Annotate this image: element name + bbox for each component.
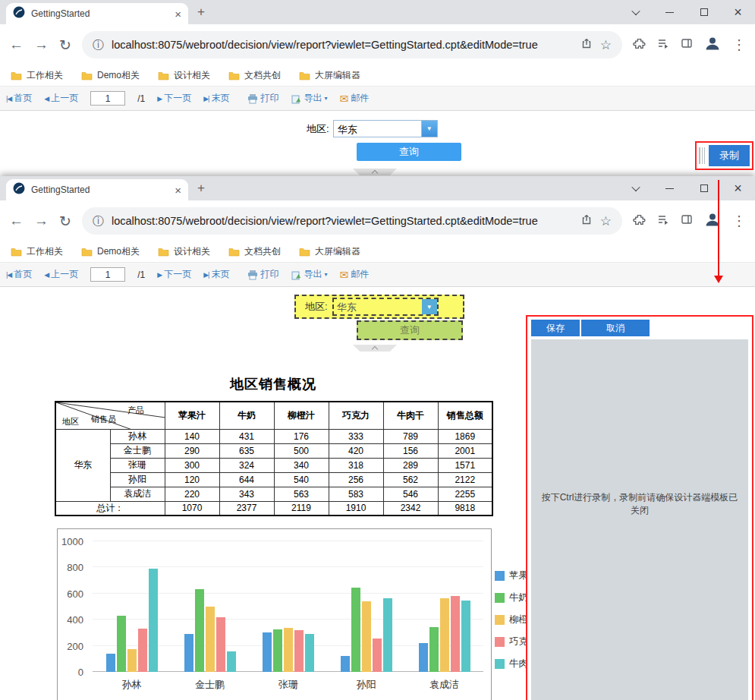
site-info-icon[interactable]: ⓘ [93,214,104,229]
bookmark-star-icon[interactable]: ☆ [600,213,612,229]
maximize-button[interactable] [687,0,721,24]
minimize-button[interactable] [653,176,687,200]
finereport-favicon [13,6,25,21]
new-tab-button[interactable]: + [197,5,205,20]
browser-menu-icon[interactable]: ⋮ [732,36,746,53]
site-info-icon[interactable]: ⓘ [93,38,104,52]
forward-button[interactable]: → [34,36,49,53]
region-dropdown-arrow-button[interactable]: ▼ [422,299,437,314]
region-dropdown[interactable]: 华东 ▼ [333,120,438,137]
table-row: 张珊 300 324 340 318 289 1571 [55,458,492,472]
table-row: 袁成洁 220 343 563 583 546 2255 [55,487,492,501]
value-cell: 176 [274,429,329,443]
mail-button[interactable]: ✉邮件 [339,268,369,281]
query-button[interactable]: 查询 [357,143,461,161]
bookmark-folder-1[interactable]: 工作相关 [11,245,63,258]
tab-gettingstarted[interactable]: GettingStarted × [6,179,188,200]
parameter-pane-collapse-handle[interactable] [353,345,397,352]
region-dropdown-value: 华东 [334,299,422,314]
bookmark-folder-5[interactable]: 大屏编辑器 [299,69,360,82]
prev-page-button[interactable]: ◀上一页 [44,268,78,281]
side-panel-icon[interactable] [681,213,693,229]
browser-menu-icon[interactable]: ⋮ [732,213,746,229]
legend-swatch [495,615,505,625]
bar-series4-cat0 [149,569,158,672]
bookmark-folder-2[interactable]: Demo相关 [81,245,140,258]
forward-button[interactable]: → [34,213,49,229]
address-bar[interactable]: ⓘ localhost:8075/webroot/decision/view/r… [82,207,622,235]
extensions-puzzle-icon[interactable] [633,213,646,229]
bookmark-folder-2[interactable]: Demo相关 [81,69,140,82]
tab-close-icon[interactable]: × [175,184,181,196]
back-button[interactable]: ← [9,213,24,229]
last-page-button[interactable]: ▶|末页 [203,92,229,105]
bar-series2-cat2 [284,628,293,672]
printer-icon [247,93,258,104]
page-number-input[interactable] [90,91,125,106]
tab-search-button[interactable] [618,0,653,24]
total-label-cell: 总计： [55,501,165,516]
query-button-highlighted[interactable]: 查询 [357,320,463,340]
new-tab-button[interactable]: + [197,181,205,196]
bar-series0-cat4 [419,643,428,672]
chart-x-tick-label: 金士鹏 [171,678,249,692]
tab-gettingstarted[interactable]: GettingStarted × [6,3,188,24]
printer-icon [247,270,258,280]
parameter-pane-collapse-handle[interactable] [353,169,397,175]
window1-bookmarks-bar: 工作相关 Demo相关 设计相关 文档共创 大屏编辑器 [0,65,755,87]
url-text[interactable]: localhost:8075/webroot/decision/view/rep… [112,39,573,51]
table-header-row: 产品 销售员 地区 苹果汁 牛奶 柳橙汁 巧克力 牛肉干 销售总额 [55,402,492,429]
share-icon[interactable] [580,37,593,52]
tab-search-button[interactable] [618,176,653,200]
cancel-button[interactable]: 取消 [581,320,650,336]
extensions-puzzle-icon[interactable] [633,37,646,53]
last-page-icon: ▶| [203,271,209,279]
region-dropdown-highlighted[interactable]: 华东 ▼ [332,298,439,316]
close-icon: × [734,181,742,195]
last-page-button[interactable]: ▶|末页 [203,268,229,281]
media-playlist-icon[interactable] [657,213,669,229]
region-parameter-row-highlighted[interactable]: 地区: 华东 ▼ [294,295,464,319]
page-number-input[interactable] [90,267,125,282]
bar-series3-cat4 [451,596,460,672]
first-page-button[interactable]: |◀首页 [6,92,32,105]
folder-icon [11,247,22,257]
prev-page-button[interactable]: ◀上一页 [44,92,78,105]
profile-avatar[interactable] [704,35,721,55]
bookmark-folder-4[interactable]: 文档共创 [228,69,281,82]
first-page-button[interactable]: |◀首页 [6,268,32,281]
drag-handle-icon[interactable] [699,147,706,164]
bookmark-star-icon[interactable]: ☆ [600,37,612,53]
bookmark-folder-3[interactable]: 设计相关 [158,245,210,258]
share-icon[interactable] [580,213,593,229]
value-cell: 563 [274,487,329,501]
reload-button[interactable]: ↻ [59,213,71,230]
print-button[interactable]: 打印 [247,268,278,281]
region-dropdown-arrow-button[interactable]: ▼ [421,121,437,137]
address-bar[interactable]: ⓘ localhost:8075/webroot/decision/view/r… [82,31,622,58]
save-button[interactable]: 保存 [531,320,580,336]
url-text[interactable]: localhost:8075/webroot/decision/view/rep… [112,215,573,227]
corner-salesperson-label: 销售员 [91,414,116,425]
next-page-button[interactable]: ▶下一页 [157,268,191,281]
close-button[interactable]: × [721,0,755,24]
back-button[interactable]: ← [9,36,24,53]
salesperson-cell: 孙林 [110,429,165,443]
bookmark-folder-4[interactable]: 文档共创 [228,245,281,258]
minimize-button[interactable] [653,0,687,24]
export-button[interactable]: 导出▾ [291,268,327,281]
bookmark-folder-5[interactable]: 大屏编辑器 [299,245,360,258]
mail-button[interactable]: ✉邮件 [339,92,369,105]
print-button[interactable]: 打印 [247,92,278,105]
media-playlist-icon[interactable] [657,37,669,52]
bookmark-folder-3[interactable]: 设计相关 [158,69,210,82]
value-cell: 220 [165,487,219,501]
next-page-button[interactable]: ▶下一页 [157,92,191,105]
close-button[interactable]: × [721,176,755,200]
export-button[interactable]: 导出▾ [291,92,327,105]
bookmark-folder-1[interactable]: 工作相关 [11,69,63,82]
record-button[interactable]: 录制 [709,145,750,166]
side-panel-icon[interactable] [681,37,693,52]
reload-button[interactable]: ↻ [59,36,71,54]
tab-close-icon[interactable]: × [175,8,181,20]
